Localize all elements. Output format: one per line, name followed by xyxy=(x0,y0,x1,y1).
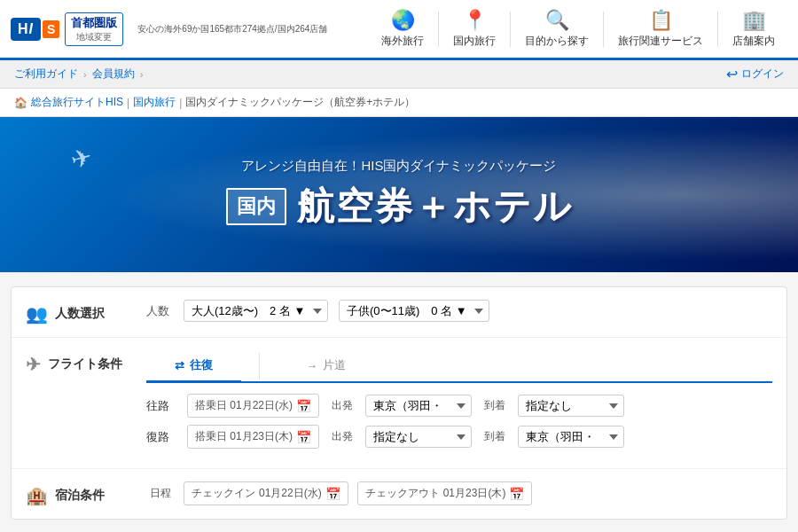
subnav-membership[interactable]: 会員規約 xyxy=(92,66,135,82)
passengers-content: 人数 大人(12歳〜) 2 名 ▼ 子供(0〜11歳) 0 名 ▼ xyxy=(146,300,772,322)
banner-title: 国内 航空券＋ホテル xyxy=(226,182,573,231)
outbound-dep-select[interactable]: 東京（羽田・ xyxy=(365,395,472,417)
nav-store[interactable]: 🏢 店舗案内 xyxy=(720,5,787,52)
overseas-icon: 🌏 xyxy=(391,9,415,32)
flight-section: ✈ フライト条件 ⇄ 往復 → 片道 往路 搭乗日 01月22日(水) xyxy=(12,338,786,469)
region-name: 首都圏版 xyxy=(71,15,117,31)
passengers-label-text: 人数選択 xyxy=(55,306,105,322)
flight-label: ✈ フライト条件 xyxy=(26,350,132,375)
hotel-label-text: 宿泊条件 xyxy=(55,488,105,504)
nav-travel-service-label: 旅行関連サービス xyxy=(618,34,703,49)
passengers-label: 👥 人数選択 xyxy=(26,300,132,325)
breadcrumb-sep-1: | xyxy=(127,97,129,109)
tab-roundtrip[interactable]: ⇄ 往復 xyxy=(146,350,241,383)
nav-store-label: 店舗案内 xyxy=(732,34,775,49)
flight-label-text: フライト条件 xyxy=(48,356,122,372)
inbound-cal-icon: 📅 xyxy=(296,430,311,444)
checkin-label: チェックイン xyxy=(192,486,255,501)
hotel-label: 🏨 宿泊条件 xyxy=(26,481,132,506)
travel-service-icon: 📋 xyxy=(649,9,673,32)
checkout-date: 01月23日(木) xyxy=(443,486,506,501)
tab-oneway[interactable]: → 片道 xyxy=(278,350,374,383)
inbound-dep-select[interactable]: 指定なし xyxy=(365,426,472,448)
outbound-label: 往路 xyxy=(146,398,178,414)
breadcrumb-his[interactable]: 総合旅行サイトHIS xyxy=(31,95,123,110)
main-nav: 🌏 海外旅行 📍 国内旅行 🔍 目的から探す 📋 旅行関連サービス 🏢 店舗案内 xyxy=(369,5,787,52)
oneway-icon: → xyxy=(306,359,317,372)
domestic-icon: 📍 xyxy=(463,9,487,32)
breadcrumb-domestic[interactable]: 国内旅行 xyxy=(133,95,176,110)
subnav-arrow-1: › xyxy=(83,69,87,80)
inbound-date-input[interactable]: 搭乗日 01月23日(木) 📅 xyxy=(187,425,319,449)
nav-overseas[interactable]: 🌏 海外旅行 xyxy=(369,5,436,52)
banner-main-text: 航空券＋ホテル xyxy=(297,182,573,231)
adult-select[interactable]: 大人(12歳〜) 2 名 ▼ xyxy=(184,300,328,322)
nav-overseas-label: 海外旅行 xyxy=(381,34,424,49)
inbound-date-text: 搭乗日 01月23日(木) xyxy=(195,429,293,444)
passengers-icon: 👥 xyxy=(26,303,48,325)
tab-oneway-label: 片道 xyxy=(323,357,346,373)
nav-purpose[interactable]: 🔍 目的から探す xyxy=(512,5,601,52)
breadcrumb: 🏠 総合旅行サイトHIS | 国内旅行 | 国内ダイナミックパッケージ（航空券+… xyxy=(0,89,798,117)
checkin-input[interactable]: チェックイン 01月22日(水) 📅 xyxy=(184,481,348,505)
region-change: 地域変更 xyxy=(76,31,112,43)
banner: ✈ アレンジ自由自在！HIS国内ダイナミックパッケージ 国内 航空券＋ホテル xyxy=(0,117,798,272)
child-select[interactable]: 子供(0〜11歳) 0 名 ▼ xyxy=(339,300,489,322)
outbound-dep-label: 出発 xyxy=(332,398,353,413)
tab-divider xyxy=(259,353,260,379)
search-form: 👥 人数選択 人数 大人(12歳〜) 2 名 ▼ 子供(0〜11歳) 0 名 ▼… xyxy=(11,286,787,520)
inbound-arr-label: 到着 xyxy=(484,429,505,444)
subnav-guide[interactable]: ご利用ガイド xyxy=(14,66,78,82)
checkout-input[interactable]: チェックアウト 01月23日(木) 📅 xyxy=(357,481,533,505)
logo-s: S xyxy=(43,20,59,38)
nav-divider-1 xyxy=(438,12,439,47)
nav-domestic[interactable]: 📍 国内旅行 xyxy=(441,5,508,52)
region-badge[interactable]: 首都圏版 地域変更 xyxy=(65,12,123,46)
tagline: 安心の海外69か国165都市274拠点/国内264店舗 xyxy=(137,23,327,35)
flight-content: ⇄ 往復 → 片道 往路 搭乗日 01月22日(水) 📅 出発 東京（羽田・ xyxy=(146,350,772,456)
logo-area: HI S 首都圏版 地域変更 xyxy=(11,12,123,46)
breadcrumb-sep-2: | xyxy=(179,97,182,109)
store-icon: 🏢 xyxy=(742,9,766,32)
hotel-section: 🏨 宿泊条件 日程 チェックイン 01月22日(水) 📅 チェックアウト 01月… xyxy=(12,469,786,519)
hotel-content: 日程 チェックイン 01月22日(水) 📅 チェックアウト 01月23日(木) … xyxy=(146,481,772,505)
checkout-label: チェックアウト xyxy=(365,486,440,501)
subnav-left: ご利用ガイド › 会員規約 › xyxy=(14,66,143,82)
roundtrip-icon: ⇄ xyxy=(175,359,184,372)
passengers-row: 人数 大人(12歳〜) 2 名 ▼ 子供(0〜11歳) 0 名 ▼ xyxy=(146,300,772,322)
hotel-icon: 🏨 xyxy=(26,485,48,506)
nav-travel-service[interactable]: 📋 旅行関連サービス xyxy=(606,5,716,52)
inbound-label: 復路 xyxy=(146,429,178,445)
outbound-row: 往路 搭乗日 01月22日(水) 📅 出発 東京（羽田・ 到着 指定なし xyxy=(146,394,772,418)
login-button[interactable]: ↩ ログイン xyxy=(726,66,784,82)
nav-divider-3 xyxy=(603,12,604,47)
breadcrumb-home-icon: 🏠 xyxy=(14,97,27,109)
hotel-row: 日程 チェックイン 01月22日(水) 📅 チェックアウト 01月23日(木) … xyxy=(146,481,772,505)
outbound-arr-select[interactable]: 指定なし xyxy=(518,395,624,417)
pax-label: 人数 xyxy=(146,303,169,319)
hotel-date-label: 日程 xyxy=(150,486,171,501)
checkout-cal-icon: 📅 xyxy=(509,487,524,501)
outbound-date-text: 搭乗日 01月22日(水) xyxy=(195,398,293,413)
nav-divider-2 xyxy=(510,12,511,47)
banner-tag: 国内 xyxy=(226,188,286,225)
nav-divider-4 xyxy=(717,12,718,47)
nav-domestic-label: 国内旅行 xyxy=(453,34,496,49)
outbound-cal-icon: 📅 xyxy=(296,399,311,413)
checkin-cal-icon: 📅 xyxy=(325,487,340,501)
inbound-dep-label: 出発 xyxy=(332,429,353,444)
header: HI S 首都圏版 地域変更 安心の海外69か国165都市274拠点/国内264… xyxy=(0,0,798,60)
breadcrumb-current: 国内ダイナミックパッケージ（航空券+ホテル） xyxy=(185,95,415,110)
subnav: ご利用ガイド › 会員規約 › ↩ ログイン xyxy=(0,60,798,89)
passengers-section: 👥 人数選択 人数 大人(12歳〜) 2 名 ▼ 子供(0〜11歳) 0 名 ▼ xyxy=(12,287,786,338)
logo-his: HI xyxy=(11,18,41,41)
inbound-arr-select[interactable]: 東京（羽田・ xyxy=(518,426,624,448)
outbound-date-input[interactable]: 搭乗日 01月22日(水) 📅 xyxy=(187,394,319,418)
checkin-date: 01月22日(水) xyxy=(259,486,322,501)
subnav-arrow-2: › xyxy=(140,69,144,80)
logo-h: H xyxy=(18,21,29,36)
login-icon: ↩ xyxy=(726,66,738,82)
purpose-icon: 🔍 xyxy=(545,9,569,32)
flight-tabs: ⇄ 往復 → 片道 xyxy=(146,350,772,383)
nav-purpose-label: 目的から探す xyxy=(525,34,589,49)
